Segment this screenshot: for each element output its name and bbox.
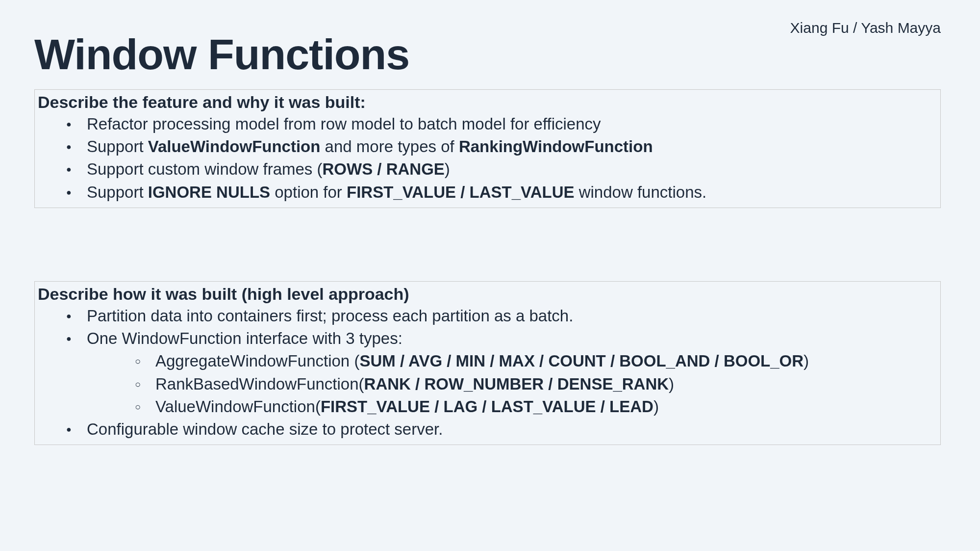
list-item: Support custom window frames (ROWS / RAN… bbox=[66, 158, 938, 181]
bold-text: SUM / AVG / MIN / MAX / COUNT / BOOL_AND… bbox=[359, 352, 804, 370]
list-item: ValueWindowFunction(FIRST_VALUE / LAG / … bbox=[135, 395, 938, 418]
slide-title: Window Functions bbox=[34, 29, 409, 79]
text-span: ) bbox=[669, 375, 674, 393]
sub-bullet-list: AggregateWindowFunction (SUM / AVG / MIN… bbox=[87, 350, 938, 418]
section-heading: Describe the feature and why it was buil… bbox=[37, 93, 938, 112]
bold-text: ValueWindowFunction bbox=[148, 137, 321, 156]
text-span: Support bbox=[87, 183, 148, 201]
text-span: ValueWindowFunction( bbox=[155, 397, 321, 416]
bold-text: IGNORE NULLS bbox=[148, 183, 270, 201]
approach-bullet-list: Partition data into containers first; pr… bbox=[37, 305, 938, 441]
list-item: Refactor processing model from row model… bbox=[66, 113, 938, 135]
list-item: One WindowFunction interface with 3 type… bbox=[66, 327, 938, 418]
text-span: option for bbox=[270, 183, 347, 201]
text-span: AggregateWindowFunction ( bbox=[155, 352, 359, 370]
list-item: Configurable window cache size to protec… bbox=[66, 418, 938, 441]
text-span: ) bbox=[804, 352, 809, 370]
bold-text: FIRST_VALUE / LAST_VALUE bbox=[347, 183, 574, 201]
text-span: Support bbox=[87, 137, 148, 156]
bold-text: RankingWindowFunction bbox=[459, 137, 653, 156]
bold-text: FIRST_VALUE / LAG / LAST_VALUE / LEAD bbox=[321, 397, 653, 416]
section-heading: Describe how it was built (high level ap… bbox=[37, 285, 938, 304]
list-item: Support IGNORE NULLS option for FIRST_VA… bbox=[66, 181, 938, 204]
list-item: RankBasedWindowFunction(RANK / ROW_NUMBE… bbox=[135, 373, 938, 395]
text-span: One WindowFunction interface with 3 type… bbox=[87, 329, 402, 347]
text-span: Support custom window frames ( bbox=[87, 160, 323, 178]
list-item: Partition data into containers first; pr… bbox=[66, 305, 938, 327]
text-span: ) bbox=[653, 397, 659, 416]
bold-text: RANK / ROW_NUMBER / DENSE_RANK bbox=[364, 375, 669, 393]
feature-bullet-list: Refactor processing model from row model… bbox=[37, 113, 938, 204]
list-item: AggregateWindowFunction (SUM / AVG / MIN… bbox=[135, 350, 938, 372]
text-span: RankBasedWindowFunction( bbox=[155, 375, 364, 393]
text-span: ) bbox=[445, 160, 450, 178]
feature-description-section: Describe the feature and why it was buil… bbox=[34, 89, 941, 208]
text-span: and more types of bbox=[320, 137, 458, 156]
authors-text: Xiang Fu / Yash Mayya bbox=[790, 20, 941, 36]
bold-text: ROWS / RANGE bbox=[323, 160, 445, 178]
text-span: window functions. bbox=[575, 183, 707, 201]
list-item: Support ValueWindowFunction and more typ… bbox=[66, 135, 938, 158]
approach-description-section: Describe how it was built (high level ap… bbox=[34, 281, 941, 445]
